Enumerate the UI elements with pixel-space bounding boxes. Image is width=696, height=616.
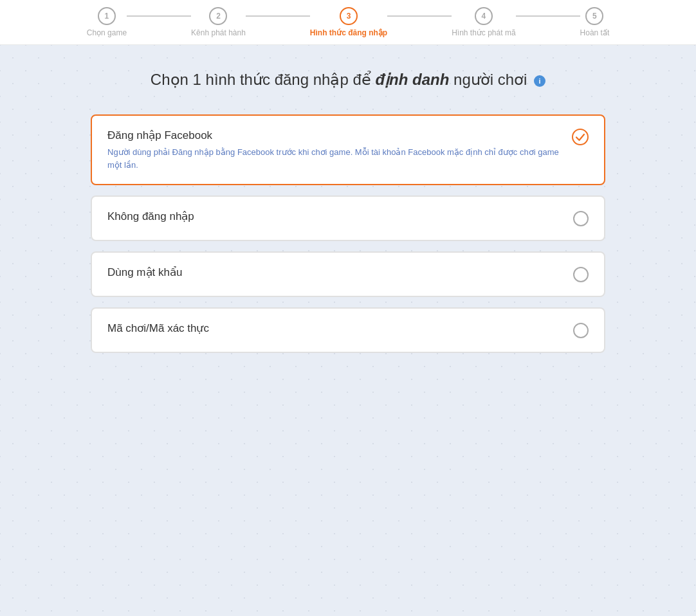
step-line-4 (516, 15, 580, 17)
step-3-label: Hình thức đăng nhập (310, 28, 387, 37)
option-password-body: Dùng mật khẩu (107, 266, 563, 283)
step-5-label: Hoàn tất (580, 28, 610, 37)
step-4-circle: 4 (475, 7, 493, 25)
option-code[interactable]: Mã chơi/Mã xác thực (91, 307, 605, 353)
info-icon[interactable]: i (534, 75, 545, 87)
step-4-label: Hình thức phát mã (452, 28, 515, 37)
option-facebook[interactable]: Đăng nhập Facebook Người dùng phải Đăng … (91, 114, 605, 185)
step-5-circle: 5 (585, 7, 603, 25)
option-no-login-body: Không đăng nhập (107, 210, 563, 227)
step-1-label: Chọn game (87, 28, 127, 37)
main-content: Chọn 1 hình thức đăng nhập để định danh … (0, 45, 696, 616)
step-1-circle: 1 (98, 7, 116, 25)
option-password-title: Dùng mật khẩu (107, 266, 563, 279)
step-3: 3 Hình thức đăng nhập (310, 7, 387, 37)
step-4: 4 Hình thức phát mã (452, 7, 515, 37)
option-no-login[interactable]: Không đăng nhập (91, 195, 605, 241)
option-facebook-body: Đăng nhập Facebook Người dùng phải Đăng … (107, 129, 562, 171)
option-no-login-title: Không đăng nhập (107, 210, 563, 223)
title-italic: định danh (375, 71, 449, 88)
step-3-circle: 3 (340, 7, 358, 25)
radio-password-icon (573, 267, 589, 282)
step-line-1 (127, 15, 191, 17)
option-password[interactable]: Dùng mật khẩu (91, 251, 605, 297)
title-suffix: người chơi (449, 71, 527, 88)
radio-no-login-icon (573, 211, 589, 226)
content-wrapper: Chọn 1 hình thức đăng nhập để định danh … (91, 45, 605, 353)
option-facebook-desc: Người dùng phải Đăng nhập bằng Facebook … (107, 146, 562, 171)
title-prefix: Chọn 1 hình thức đăng nhập để (151, 71, 376, 88)
page-title: Chọn 1 hình thức đăng nhập để định danh … (91, 71, 605, 89)
option-code-title: Mã chơi/Mã xác thực (107, 322, 563, 335)
step-line-3 (387, 15, 452, 17)
option-code-body: Mã chơi/Mã xác thực (107, 322, 563, 339)
stepper: 1 Chọn game 2 Kênh phát hành 3 Hình thức… (87, 7, 610, 37)
step-1: 1 Chọn game (87, 7, 127, 37)
check-selected-icon (572, 129, 589, 149)
step-2-label: Kênh phát hành (191, 28, 246, 37)
radio-code-icon (573, 323, 589, 338)
step-5: 5 Hoàn tất (580, 7, 610, 37)
step-2: 2 Kênh phát hành (191, 7, 246, 37)
option-facebook-title: Đăng nhập Facebook (107, 129, 562, 142)
step-line-2 (246, 15, 310, 17)
top-bar: 1 Chọn game 2 Kênh phát hành 3 Hình thức… (0, 0, 696, 45)
step-2-circle: 2 (209, 7, 227, 25)
svg-point-0 (572, 129, 588, 145)
